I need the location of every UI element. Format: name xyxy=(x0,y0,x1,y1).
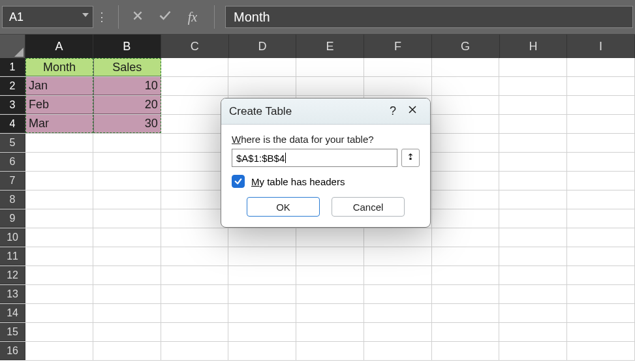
excel-window: A1 ⋮ fx Month ABCD xyxy=(0,0,635,364)
text-caret xyxy=(285,153,286,163)
collapse-icon xyxy=(406,153,415,164)
dialog-close-button[interactable] xyxy=(403,102,422,121)
collapse-dialog-button[interactable] xyxy=(401,149,420,167)
dialog-button-row: OK Cancel xyxy=(232,197,420,217)
range-value: $A$1:$B$4 xyxy=(236,153,285,164)
create-table-dialog: Create Table ? Where is the data for you… xyxy=(221,98,431,228)
close-icon xyxy=(407,104,418,118)
dialog-title: Create Table xyxy=(229,105,292,118)
dialog-body: Where is the data for your table? $A$1:$… xyxy=(221,125,430,227)
svg-rect-0 xyxy=(409,157,411,159)
dialog-titlebar[interactable]: Create Table ? xyxy=(221,99,430,125)
ok-button[interactable]: OK xyxy=(247,197,320,217)
range-row: $A$1:$B$4 xyxy=(232,149,420,167)
help-icon: ? xyxy=(390,104,396,118)
headers-checkbox-label: My table has headers xyxy=(251,176,345,187)
dialog-help-button[interactable]: ? xyxy=(383,102,403,121)
headers-checkbox[interactable] xyxy=(232,175,245,188)
headers-checkbox-row: My table has headers xyxy=(232,175,420,188)
range-input[interactable]: $A$1:$B$4 xyxy=(232,149,397,167)
dialog-prompt: Where is the data for your table? xyxy=(232,134,420,145)
cancel-button[interactable]: Cancel xyxy=(332,197,405,217)
